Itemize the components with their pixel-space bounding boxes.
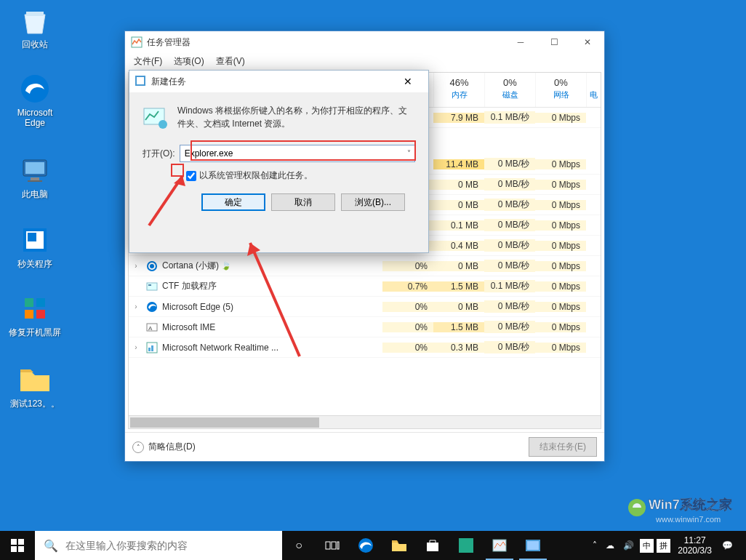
dialog-description: Windows 将根据你所键入的名称，为你打开相应的程序、文件夹、文档或 Int…	[177, 104, 415, 130]
admin-checkbox-row[interactable]: 以系统管理权限创建此任务。	[186, 169, 415, 182]
expand-icon[interactable]: ›	[129, 303, 143, 311]
menu-options[interactable]: 选项(O)	[168, 54, 209, 69]
tray-ime-pin[interactable]: 拼	[657, 539, 670, 553]
expand-icon[interactable]: ›	[129, 343, 143, 351]
taskbar-app2-icon[interactable]	[516, 531, 550, 560]
admin-checkbox[interactable]	[186, 171, 196, 181]
start-button[interactable]	[0, 531, 35, 560]
cell-network: 0 Mbps	[535, 113, 586, 123]
taskbar-app1-icon[interactable]	[449, 531, 483, 560]
taskbar-explorer-icon[interactable]	[382, 531, 416, 560]
fewer-details-button[interactable]: ˄简略信息(D)	[132, 441, 196, 453]
ok-button[interactable]: 确定	[201, 193, 265, 211]
taskbar: 🔍 ○ ˄ ☁ 🔊 中 拼 11:272020/3/3 💬	[0, 531, 746, 560]
cell-network: 0 Mbps	[535, 220, 586, 231]
admin-checkbox-label: 以系统管理权限创建此任务。	[199, 169, 313, 182]
svg-rect-21	[147, 283, 157, 290]
tray-clock[interactable]: 11:272020/3/3	[672, 535, 718, 556]
svg-rect-38	[11, 539, 17, 545]
table-row[interactable]: ›Cortana (小娜) 🍃0%0 MB0 MB/秒0 Mbps	[129, 256, 601, 276]
taskview-icon[interactable]	[316, 531, 349, 560]
table-row[interactable]: CTF 加载程序0.7%1.5 MB0.1 MB/秒0 Mbps	[129, 276, 601, 297]
cortana-icon[interactable]: ○	[282, 531, 316, 560]
run-icon	[143, 104, 169, 130]
desktop-icon-recycle[interactable]: 回收站	[7, 3, 63, 49]
open-combobox[interactable]: ˅	[180, 145, 415, 162]
menu-view[interactable]: 查看(V)	[210, 54, 251, 69]
annotation-redbox-checkbox	[171, 164, 184, 177]
desktop-icon-pc[interactable]: 此电脑	[7, 153, 63, 199]
cell-disk: 0 MB/秒	[484, 321, 535, 333]
taskmgr-icon	[131, 36, 143, 48]
closeapp-icon	[17, 223, 52, 257]
cell-network: 0 Mbps	[535, 180, 586, 190]
cell-memory: 0 MB	[433, 302, 484, 312]
search-input[interactable]	[65, 540, 273, 551]
col-disk[interactable]: 0%磁盘	[484, 73, 535, 107]
h-scrollbar[interactable]	[129, 415, 601, 428]
cell-network: 0 Mbps	[535, 200, 586, 210]
table-row[interactable]: ›Microsoft Network Realtime ...0%0.3 MB0…	[129, 337, 601, 358]
minimize-button[interactable]: ─	[504, 31, 537, 53]
cell-memory: 0.1 MB	[433, 220, 484, 231]
col-power[interactable]: 电	[586, 73, 601, 107]
cell-memory: 11.4 MB	[433, 159, 484, 169]
taskbar-store-icon[interactable]	[416, 531, 449, 560]
tray-onedrive-icon[interactable]: ☁	[601, 540, 619, 551]
titlebar[interactable]: 任务管理器 ─ ☐ ✕	[125, 31, 604, 53]
cell-cpu: 0%	[382, 261, 433, 271]
cell-network: 0 Mbps	[535, 261, 586, 271]
tray-ime-zhong[interactable]: 中	[640, 539, 654, 553]
table-row[interactable]: ›Microsoft Edge (5)0%0 MB0 MB/秒0 Mbps	[129, 297, 601, 317]
desktop-icon-edge[interactable]: Microsoft Edge	[7, 71, 63, 128]
open-input[interactable]	[180, 145, 415, 162]
cell-memory: 0.3 MB	[433, 343, 484, 353]
browse-button[interactable]: 浏览(B)...	[341, 193, 405, 211]
menu-file[interactable]: 文件(F)	[128, 54, 168, 69]
col-network[interactable]: 0%网络	[535, 73, 586, 107]
expand-icon[interactable]: ›	[129, 262, 143, 270]
cancel-button[interactable]: 取消	[271, 193, 335, 211]
process-name: Microsoft Network Realtime ...	[162, 343, 382, 353]
svg-rect-41	[18, 546, 24, 552]
desktop-icon-close[interactable]: 秒关程序	[7, 223, 63, 269]
tray-notifications-icon[interactable]: 💬	[718, 540, 737, 551]
tray-volume-icon[interactable]: 🔊	[619, 540, 638, 551]
cell-network: 0 Mbps	[535, 241, 586, 251]
dialog-close-button[interactable]: ✕	[393, 76, 422, 87]
svg-point-23	[147, 302, 157, 312]
cell-memory: 0 MB	[433, 261, 484, 271]
svg-point-0	[21, 75, 49, 103]
cell-disk: 0.1 MB/秒	[484, 111, 535, 124]
folder-icon	[17, 362, 52, 397]
svg-rect-2	[25, 162, 44, 174]
process-name: Microsoft IME	[162, 322, 382, 332]
search-icon: 🔍	[44, 539, 58, 553]
svg-rect-47	[459, 538, 473, 553]
svg-rect-9	[36, 298, 45, 307]
cell-disk: 0 MB/秒	[484, 260, 535, 272]
table-row[interactable]: AMicrosoft IME0%1.5 MB0 MB/秒0 Mbps	[129, 317, 601, 337]
svg-rect-42	[326, 542, 330, 549]
desktop-icon-folder[interactable]: 测试123。。	[7, 362, 63, 409]
taskbar-edge-icon[interactable]	[349, 531, 382, 560]
cell-network: 0 Mbps	[535, 343, 586, 353]
process-name: Cortana (小娜) 🍃	[162, 260, 382, 272]
desktop-icon-fix[interactable]: 修复开机黑屏	[7, 291, 63, 337]
cell-memory: 0 MB	[433, 180, 484, 190]
svg-rect-7	[28, 233, 36, 241]
process-name: Microsoft Edge (5)	[162, 302, 382, 312]
tray-chevron-icon[interactable]: ˄	[588, 540, 601, 551]
end-task-button[interactable]: 结束任务(E)	[529, 437, 597, 457]
cell-disk: 0 MB/秒	[484, 199, 535, 211]
cell-memory: 1.5 MB	[433, 281, 484, 292]
search-box[interactable]: 🔍	[35, 531, 282, 560]
maximize-button[interactable]: ☐	[537, 31, 571, 53]
cell-cpu: 0%	[382, 322, 433, 332]
col-memory[interactable]: 46%内存	[433, 73, 484, 107]
system-tray: ˄ ☁ 🔊 中 拼 11:272020/3/3 💬	[588, 531, 746, 560]
svg-rect-50	[527, 541, 539, 550]
close-button[interactable]: ✕	[571, 31, 604, 53]
taskbar-taskmgr-icon[interactable]	[483, 531, 516, 560]
process-icon	[146, 342, 158, 353]
